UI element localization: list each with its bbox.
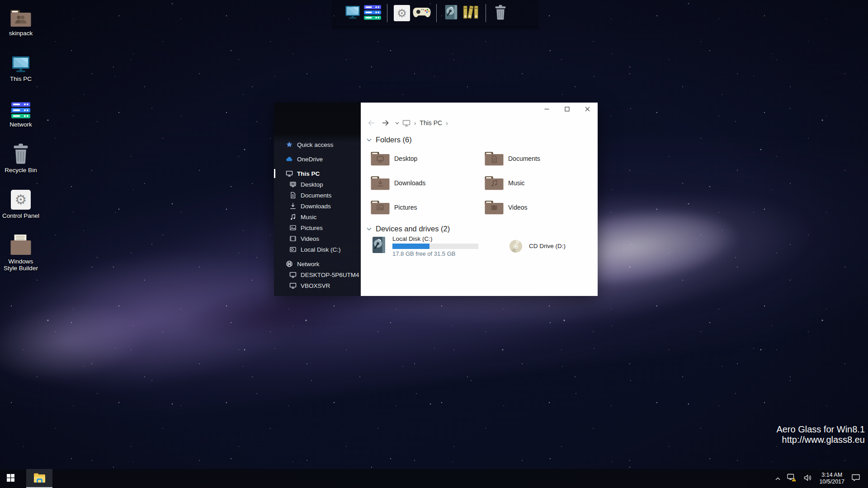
sidebar-item-label: Music: [301, 214, 316, 221]
sidebar-item-label: Downloads: [301, 203, 331, 210]
explorer-sidebar: Quick access OneDrive This PC Desktop: [274, 103, 361, 296]
hard-drive-icon: [444, 5, 458, 22]
start-button[interactable]: [0, 469, 21, 488]
devices-section-header[interactable]: Devices and drives (2): [367, 225, 450, 233]
explorer-window: Quick access OneDrive This PC Desktop: [274, 103, 598, 296]
sidebar-item-label: Desktop: [301, 181, 323, 188]
pc-icon: [289, 282, 297, 289]
desktop-icon-label: This PC: [10, 75, 32, 82]
breadcrumb: › This PC ›: [367, 117, 451, 129]
server-stack-icon: [364, 5, 381, 22]
section-title: Devices and drives (2): [376, 225, 450, 233]
breadcrumb-location[interactable]: This PC: [420, 119, 442, 127]
taskbar-clock[interactable]: 3:14 AM 10/5/2017: [816, 472, 848, 485]
download-icon: [289, 202, 297, 210]
globe-icon: [286, 260, 293, 267]
file-explorer-taskbar-button[interactable]: [26, 469, 52, 488]
sidebar-item-network[interactable]: Network: [274, 258, 361, 269]
desktop-icon-recycle-bin[interactable]: Recycle Bin: [0, 141, 42, 186]
dock-this-pc-button[interactable]: [343, 3, 363, 23]
sidebar-item-label: Local Disk (C:): [301, 246, 341, 253]
desktop-icon-control-panel[interactable]: ⚙ Control Panel: [0, 186, 42, 232]
sidebar-item-vboxsvr[interactable]: VBOXSVR: [274, 280, 361, 291]
taskbar: 3:14 AM 10/5/2017: [0, 469, 868, 488]
sidebar-item-local-disk[interactable]: Local Disk (C:): [274, 244, 361, 255]
desktop-icon-label: Recycle Bin: [5, 167, 37, 174]
monitor-icon: [10, 49, 31, 73]
chevron-down-icon: [367, 227, 372, 231]
selection-indicator: [274, 169, 275, 178]
sidebar-item-desktop-5p6utm4[interactable]: DESKTOP-5P6UTM4: [274, 269, 361, 280]
dock-libraries-button[interactable]: [461, 3, 481, 23]
hard-drive-icon: [372, 236, 386, 253]
desktop-icon-network[interactable]: Network: [0, 95, 42, 141]
folder-tile-pictures[interactable]: Pictures: [371, 199, 485, 215]
folder-tile-documents[interactable]: Documents: [485, 150, 599, 166]
dock-network-button[interactable]: [363, 3, 382, 23]
window-controls: [537, 103, 598, 116]
breadcrumb-separator: ›: [414, 120, 416, 127]
desktop-icon-skinpack[interactable]: skinpack: [0, 4, 42, 49]
desktop-icon-label: Control Panel: [2, 212, 39, 219]
sidebar-item-documents[interactable]: Documents: [274, 190, 361, 201]
close-button[interactable]: [577, 103, 598, 116]
back-button[interactable]: [367, 119, 375, 127]
gear-icon: ⚙: [394, 5, 410, 21]
sidebar-item-label: VBOXSVR: [301, 282, 330, 289]
tray-overflow-button[interactable]: [772, 469, 784, 488]
folder-tile-desktop[interactable]: Desktop: [371, 150, 485, 166]
maximize-button[interactable]: [557, 103, 577, 116]
desktop-icon-this-pc[interactable]: This PC: [0, 49, 42, 95]
drive-tile-local-disk[interactable]: Local Disk (C:) 17.8 GB free of 31.5 GB: [372, 235, 478, 257]
drive-label: Local Disk (C:): [392, 235, 478, 243]
desktop-icon-windows-style-builder[interactable]: Windows Style Builder: [0, 232, 42, 277]
folder-tile-videos[interactable]: Videos: [485, 199, 599, 215]
dock-trash-button[interactable]: [491, 3, 510, 23]
explorer-content-pane: › This PC › Folders (6) Desktop Document…: [361, 103, 598, 296]
drive-info: Local Disk (C:) 17.8 GB free of 31.5 GB: [392, 235, 478, 257]
folder-icon: [371, 200, 390, 215]
server-stack-icon: [11, 95, 30, 118]
cd-icon: [508, 239, 524, 254]
folders-section-header[interactable]: Folders (6): [367, 136, 412, 144]
sidebar-item-label: This PC: [297, 170, 320, 177]
monitor-icon: [344, 5, 361, 21]
sidebar-item-pictures[interactable]: Pictures: [274, 222, 361, 233]
dock-separator: [436, 4, 437, 22]
sidebar-item-quick-access[interactable]: Quick access: [274, 139, 361, 150]
desktop-icon-label: Windows Style Builder: [1, 258, 41, 272]
sidebar-item-label: OneDrive: [297, 156, 323, 163]
dock-drives-button[interactable]: [441, 3, 461, 23]
desktop-icon-label: skinpack: [9, 30, 33, 37]
sidebar-item-downloads[interactable]: Downloads: [274, 201, 361, 211]
folder-label: Documents: [508, 155, 540, 162]
sidebar-item-this-pc[interactable]: This PC: [274, 168, 361, 179]
drives-row: Local Disk (C:) 17.8 GB free of 31.5 GB …: [372, 235, 566, 257]
disk-usage-bar-fill: [392, 244, 429, 249]
cloud-icon: [286, 155, 293, 163]
sidebar-item-videos[interactable]: Videos: [274, 233, 361, 244]
binders-icon: [462, 5, 480, 22]
sidebar-item-music[interactable]: Music: [274, 211, 361, 222]
desktop-icon: [289, 181, 297, 188]
folder-tile-music[interactable]: Music: [485, 175, 599, 191]
sidebar-item-onedrive[interactable]: OneDrive: [274, 154, 361, 164]
volume-button[interactable]: [800, 469, 816, 488]
dock-settings-button[interactable]: ⚙: [392, 3, 412, 23]
recent-locations-dropdown[interactable]: [395, 122, 399, 125]
action-center-button[interactable]: [848, 469, 863, 488]
minimize-button[interactable]: [537, 103, 557, 116]
top-dock: ⚙: [332, 0, 539, 26]
gear-icon: ⚙: [11, 186, 31, 210]
sidebar-item-desktop[interactable]: Desktop: [274, 179, 361, 190]
folder-tile-downloads[interactable]: Downloads: [371, 175, 485, 191]
folder-label: Desktop: [394, 155, 417, 162]
network-status-button[interactable]: [784, 469, 800, 488]
folders-grid: Desktop Documents Downloads Music Pictur…: [371, 150, 599, 215]
trash-icon: [494, 5, 507, 22]
drive-tile-cd[interactable]: CD Drive (D:): [508, 235, 566, 257]
forward-button[interactable]: [382, 119, 390, 127]
dock-games-button[interactable]: [412, 3, 432, 23]
clock-date: 10/5/2017: [819, 479, 844, 485]
document-icon: [289, 192, 297, 199]
